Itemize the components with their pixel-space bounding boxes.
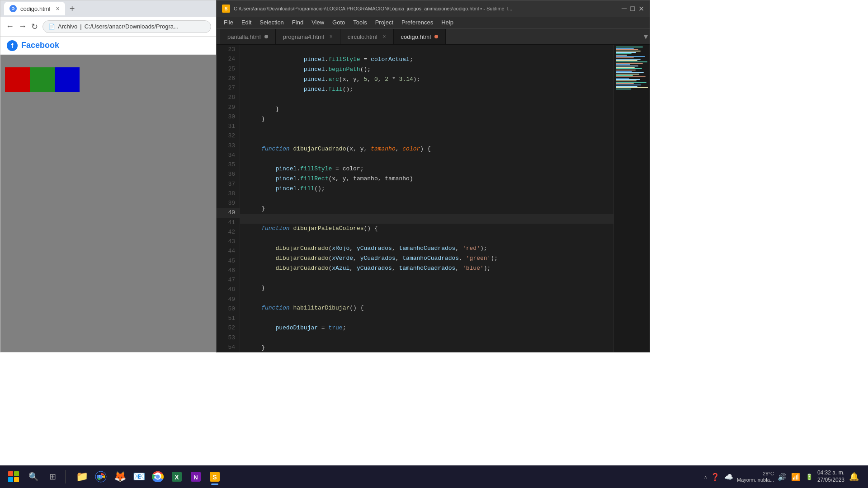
mm-line-10: [616, 59, 641, 60]
menu-edit[interactable]: Edit: [238, 18, 255, 27]
mm-line-9: [616, 57, 634, 58]
chrome-app[interactable]: [92, 468, 110, 486]
start-button[interactable]: [4, 467, 24, 487]
menu-view[interactable]: View: [308, 18, 328, 27]
mm-line-27: [616, 82, 646, 83]
chrome-alt-icon: [152, 471, 164, 483]
code-line-31: [240, 124, 613, 134]
taskbar-search-button[interactable]: 🔍: [25, 469, 42, 485]
refresh-button[interactable]: ↻: [31, 22, 38, 32]
editor-window: S C:\Users\anacr\Downloads\Programacion\…: [216, 0, 650, 352]
code-line-48: [240, 293, 613, 303]
close-button[interactable]: ✕: [638, 5, 644, 13]
line-45: 45: [217, 256, 240, 266]
code-line-41: function dibujarPaletaColores() {: [240, 224, 613, 234]
sublime-app[interactable]: S: [206, 468, 224, 486]
help-icon[interactable]: ❓: [710, 471, 721, 482]
minimap-lines: [614, 45, 650, 92]
line-41: 41: [217, 218, 240, 227]
tab-codigo-dot: [434, 35, 438, 38]
line-34: 34: [217, 150, 240, 160]
back-button[interactable]: ←: [6, 22, 14, 31]
browser-tab-active[interactable]: ⊙ codigo.html ×: [4, 2, 65, 15]
color-swatch-blue[interactable]: [55, 67, 80, 92]
code-line-39: }: [240, 204, 613, 214]
mm-line-18: [616, 70, 636, 70]
browser-tab-title: codigo.html: [20, 5, 50, 12]
search-icon: 🔍: [28, 472, 38, 482]
menu-find[interactable]: Find: [288, 18, 307, 27]
tab-pantalla[interactable]: pantalla.html: [220, 29, 276, 44]
minimize-button[interactable]: ─: [622, 5, 627, 13]
tab-circulo[interactable]: circulo.html ×: [340, 29, 394, 44]
tab-dropdown-button[interactable]: ▾: [644, 32, 648, 42]
taskbar-apps: 📁 🦊 📧: [69, 468, 702, 486]
forward-button[interactable]: →: [19, 22, 27, 31]
volume-icon[interactable]: 🔊: [777, 471, 788, 482]
code-line-28: [240, 94, 613, 104]
editor-minimap: [613, 45, 650, 352]
menu-selection[interactable]: Selection: [256, 18, 287, 27]
color-swatch-green[interactable]: [30, 67, 55, 92]
taskbar-separator: [65, 470, 66, 483]
menu-help[interactable]: Help: [438, 18, 457, 27]
system-clock[interactable]: 04:32 a. m. 27/05/2023: [817, 469, 844, 483]
mm-line-31: [616, 87, 648, 88]
line-33: 33: [217, 141, 240, 150]
address-url: C:/Users/anacr/Downloads/Progra...: [85, 23, 179, 30]
editor-code[interactable]: pincel.fillStyle = colorActual; pincel.b…: [240, 45, 613, 352]
facebook-logo: f: [7, 40, 18, 51]
code-line-43: dibujarCuadrado(xRojo, yCuadrados, taman…: [240, 244, 613, 253]
line-24: 24: [217, 54, 240, 64]
onenote-app[interactable]: N: [187, 468, 205, 486]
mm-line-16: [616, 67, 635, 68]
menu-project[interactable]: Project: [372, 18, 397, 27]
menu-tools[interactable]: Tools: [349, 18, 370, 27]
new-tab-button[interactable]: +: [67, 4, 78, 14]
firefox-app[interactable]: 🦊: [111, 468, 129, 486]
firefox-icon: 🦊: [114, 471, 126, 483]
code-line-40: [240, 214, 613, 224]
systray-expand-button[interactable]: ∧: [704, 474, 707, 479]
mm-line-2: [616, 48, 634, 49]
line-47: 47: [217, 275, 240, 285]
svg-text:N: N: [193, 474, 198, 481]
code-line-52: [240, 333, 613, 343]
line-25: 25: [217, 64, 240, 74]
line-39: 39: [217, 198, 240, 208]
tab-programa4-close[interactable]: ×: [330, 33, 333, 40]
menu-goto[interactable]: Goto: [329, 18, 349, 27]
address-box[interactable]: 📄 Archivo | C:/Users/anacr/Downloads/Pro…: [42, 20, 211, 33]
mm-line-11: [616, 60, 637, 61]
menu-file[interactable]: File: [220, 18, 237, 27]
line-49: 49: [217, 295, 240, 304]
mm-line-21: [616, 74, 639, 75]
mm-line-5: [616, 52, 636, 53]
line-50: 50: [217, 304, 240, 314]
address-divider: |: [80, 23, 81, 30]
weather-icon[interactable]: ☁️: [723, 471, 734, 482]
tab-codigo[interactable]: codigo.html: [394, 29, 446, 44]
network-icon[interactable]: 📶: [790, 471, 801, 482]
color-swatch-red[interactable]: [5, 67, 30, 92]
battery-icon[interactable]: 🔋: [804, 471, 815, 482]
tab-programa4[interactable]: programa4.html ×: [276, 29, 340, 44]
file-explorer-app[interactable]: 📁: [73, 468, 91, 486]
code-line-51: puedoDibujar = true;: [240, 323, 613, 333]
editor-menubar: File Edit Selection Find View Goto Tools…: [217, 17, 650, 28]
excel-app[interactable]: X: [168, 468, 186, 486]
tab-circulo-close[interactable]: ×: [383, 33, 386, 40]
line-37: 37: [217, 179, 240, 189]
browser-tab-close[interactable]: ×: [56, 5, 59, 12]
notification-button[interactable]: 🔔: [847, 470, 861, 483]
chrome-alt-app[interactable]: [149, 468, 167, 486]
browser-titlebar: ⊙ codigo.html × +: [0, 0, 217, 17]
mm-line-30: [616, 86, 637, 87]
maximize-button[interactable]: □: [630, 5, 635, 13]
code-line-34: [240, 154, 613, 164]
menu-preferences[interactable]: Preferences: [398, 18, 437, 27]
code-line-33: function dibujarCuadrado(x, y, tamanho, …: [240, 144, 613, 154]
task-view-button[interactable]: ⊞: [43, 468, 61, 486]
mail-app[interactable]: 📧: [130, 468, 148, 486]
mm-line-6: [616, 53, 632, 54]
